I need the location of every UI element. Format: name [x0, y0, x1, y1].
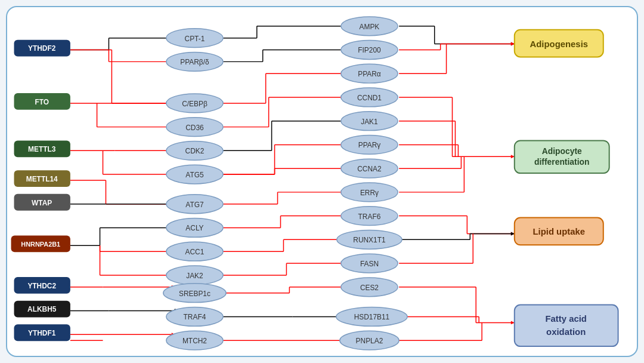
- gene-label-YTHDF1: YTHDF1: [28, 329, 56, 337]
- outcome-label-fatty-acid-1: Fatty acid: [545, 314, 586, 324]
- gene-label-METTL3: METTL3: [28, 145, 56, 153]
- node-label-CDK2: CDK2: [185, 147, 205, 155]
- gene-label-METTL14: METTL14: [26, 175, 58, 183]
- node-label-JAK1: JAK1: [361, 118, 378, 126]
- node-label-JAK2: JAK2: [186, 272, 203, 280]
- node-label-CPT1: CPT-1: [185, 35, 205, 43]
- node-label-CES2: CES2: [360, 284, 379, 292]
- node-label-RUNX1T1: RUNX1T1: [353, 236, 386, 244]
- gene-label-ALKBH5: ALKBH5: [27, 306, 57, 314]
- outcome-fatty-acid: [515, 305, 618, 347]
- outcome-label-fatty-acid-2: oxidation: [546, 327, 586, 337]
- node-label-CD36: CD36: [185, 124, 204, 132]
- outcome-label-lipid-uptake: Lipid uptake: [532, 227, 585, 236]
- gene-label-HNRNPA2B1: HNRNPA2B1: [21, 241, 60, 248]
- gene-label-FTO: FTO: [35, 98, 49, 106]
- outcome-label-adipocyte-diff-1: Adipocyte: [542, 146, 582, 156]
- node-label-PPARa: PPARα: [358, 70, 381, 78]
- outcome-label-adipocyte-diff-2: differentiation: [534, 157, 590, 167]
- node-label-ATG7: ATG7: [185, 201, 204, 209]
- node-label-SREBP1c: SREBP1c: [179, 290, 210, 298]
- node-label-FASN: FASN: [360, 260, 379, 268]
- node-label-ACC1: ACC1: [185, 248, 205, 256]
- node-label-CCND1: CCND1: [357, 94, 382, 102]
- node-label-CCNA2: CCNA2: [357, 165, 382, 173]
- node-label-TRAF6: TRAF6: [358, 213, 381, 221]
- node-label-FIP200: FIP200: [358, 46, 381, 54]
- node-label-ACLY: ACLY: [185, 224, 203, 232]
- gene-label-YTHDC2: YTHDC2: [27, 282, 56, 290]
- node-label-MTCH2: MTCH2: [182, 337, 207, 345]
- node-label-ERRg: ERRγ: [360, 189, 379, 197]
- node-label-ATG5: ATG5: [185, 171, 204, 179]
- diagram-container: YTHDF2 FTO METTL3 METTL14 WTAP HNRNPA2B1…: [6, 6, 638, 357]
- node-label-CEBPb: C/EBPβ: [182, 100, 208, 108]
- svg-line-117: [399, 144, 515, 156]
- node-label-PPARg: PPARγ: [358, 141, 381, 149]
- node-label-TRAF4: TRAF4: [184, 313, 206, 321]
- node-label-AMPK: AMPK: [360, 23, 380, 31]
- gene-label-WTAP: WTAP: [32, 199, 52, 207]
- node-label-HSD17B11: HSD17B11: [354, 313, 390, 321]
- outcome-label-adipogenesis: Adipogenesis: [530, 39, 589, 49]
- node-label-PNPLA2: PNPLA2: [356, 337, 383, 345]
- gene-label-YTHDF2: YTHDF2: [28, 44, 56, 53]
- node-label-PPARbd: PPARβ/δ: [180, 58, 209, 66]
